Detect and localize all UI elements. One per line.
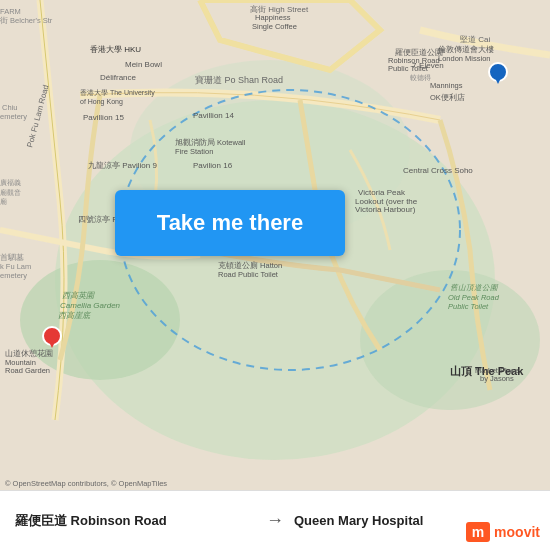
svg-text:Pavillion 14: Pavillion 14 <box>193 111 234 120</box>
svg-text:by Jasons: by Jasons <box>480 374 514 383</box>
svg-text:西高崖底: 西高崖底 <box>58 311 92 320</box>
direction-arrow-icon: → <box>266 510 284 531</box>
svg-text:emetery: emetery <box>0 112 27 121</box>
svg-text:Happiness: Happiness <box>255 13 291 22</box>
svg-text:Victoria Harbour): Victoria Harbour) <box>355 205 416 214</box>
svg-text:Central Cross Soho: Central Cross Soho <box>403 166 473 175</box>
svg-text:London Mission: London Mission <box>438 54 491 63</box>
svg-text:© OpenStreetMap contributors, : © OpenStreetMap contributors, © OpenMapT… <box>5 479 167 488</box>
svg-text:Mannings: Mannings <box>430 81 463 90</box>
svg-text:Single Coffee: Single Coffee <box>252 22 297 31</box>
svg-text:Road Public Toilet: Road Public Toilet <box>218 270 279 279</box>
svg-text:FARM: FARM <box>0 7 21 16</box>
svg-text:k Fu Lam: k Fu Lam <box>0 262 31 271</box>
svg-text:倫敦傳道會大樓: 倫敦傳道會大樓 <box>438 45 494 54</box>
svg-text:Fire Station: Fire Station <box>175 147 213 156</box>
svg-text:Camellia Garden: Camellia Garden <box>60 301 121 310</box>
svg-text:emetery: emetery <box>0 271 27 280</box>
svg-text:寶珊道 Po Shan Road: 寶珊道 Po Shan Road <box>195 75 283 85</box>
svg-text:Pavilion 16: Pavilion 16 <box>193 161 233 170</box>
svg-text:較德得: 較德得 <box>410 74 431 81</box>
moovit-logo: m moovit <box>466 522 540 542</box>
svg-text:Mein Bowl: Mein Bowl <box>125 60 162 69</box>
svg-text:OK便利店: OK便利店 <box>430 93 465 102</box>
svg-text:Public Toilet: Public Toilet <box>448 302 489 311</box>
svg-text:山道休憩花園: 山道休憩花園 <box>5 349 53 358</box>
svg-text:首駟墓: 首駟墓 <box>0 253 24 262</box>
moovit-m-icon: m <box>466 522 490 542</box>
svg-text:廣福義: 廣福義 <box>0 179 21 187</box>
svg-text:廟觀音: 廟觀音 <box>0 189 21 196</box>
origin-label: 羅便臣道 Robinson Road <box>15 512 256 530</box>
take-me-there-button[interactable]: Take me there <box>115 190 345 256</box>
bottom-bar: 羅便臣道 Robinson Road → Queen Mary Hospital… <box>0 490 550 550</box>
svg-text:克頓道公廁 Hatton: 克頓道公廁 Hatton <box>218 261 282 270</box>
svg-text:街 Belcher's Str: 街 Belcher's Str <box>0 16 53 25</box>
svg-text:西高英園: 西高英園 <box>62 291 95 300</box>
svg-text:of Hong Kong: of Hong Kong <box>80 98 123 106</box>
svg-text:Délifrance: Délifrance <box>100 73 137 82</box>
svg-point-2 <box>20 260 180 380</box>
svg-text:香港大學 The University: 香港大學 The University <box>80 89 155 97</box>
svg-text:廟: 廟 <box>0 198 7 205</box>
moovit-text: moovit <box>494 524 540 540</box>
svg-text:舊山頂道公園: 舊山頂道公園 <box>450 283 499 292</box>
svg-text:旭觀消防局 Kotewall: 旭觀消防局 Kotewall <box>175 138 246 147</box>
svg-text:Road Garden: Road Garden <box>5 366 50 375</box>
svg-text:香港大學 HKU: 香港大學 HKU <box>90 45 141 54</box>
svg-text:Public Toilet: Public Toilet <box>388 64 429 73</box>
svg-text:Old Peak Road: Old Peak Road <box>448 293 500 302</box>
svg-text:九龍涼亭 Pavilion 9: 九龍涼亭 Pavilion 9 <box>88 161 157 170</box>
svg-text:Pavillion 15: Pavillion 15 <box>83 113 124 122</box>
svg-text:堅道 Cai: 堅道 Cai <box>460 35 490 44</box>
map-container: 寶珊道 Po Shan Road 高街 High Street 堅道 Cai P… <box>0 0 550 490</box>
svg-text:Victoria Peak: Victoria Peak <box>358 188 406 197</box>
svg-text:Chiu: Chiu <box>2 103 17 112</box>
